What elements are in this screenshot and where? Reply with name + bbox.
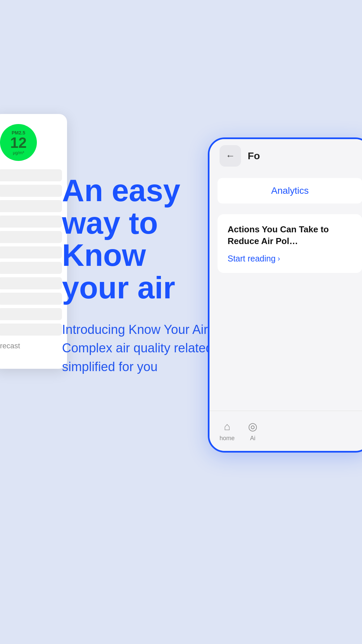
article-title: Actions You Can Take to Reduce Air Pol… <box>228 224 352 247</box>
pm-unit: μg/m³ <box>13 150 24 155</box>
nav-item-home[interactable]: ⌂ home <box>220 420 235 442</box>
analytics-tab[interactable]: Analytics <box>218 178 362 203</box>
phone-topbar: ← Fo <box>209 139 362 173</box>
ai-icon: ◎ <box>248 420 257 433</box>
card-row-1 <box>0 169 62 181</box>
card-row-9 <box>0 293 62 305</box>
start-reading-link[interactable]: Start reading › <box>228 254 352 264</box>
card-row-4 <box>0 216 62 228</box>
nav-item-ai[interactable]: ◎ Ai <box>248 420 257 442</box>
right-phone-mockup: ← Fo Analytics Actions You Can Take to R… <box>208 137 362 453</box>
ai-nav-label: Ai <box>250 435 255 442</box>
left-card: PM2.5 12 μg/m³ recast <box>0 114 67 369</box>
home-nav-label: home <box>220 435 235 442</box>
chevron-right-icon: › <box>278 254 280 263</box>
card-row-2 <box>0 185 62 197</box>
home-icon: ⌂ <box>224 420 230 433</box>
back-arrow-icon: ← <box>226 151 235 161</box>
headline-line2: way to <box>62 206 158 240</box>
card-row-7 <box>0 262 62 274</box>
card-row-11 <box>0 324 62 336</box>
card-row-3 <box>0 200 62 212</box>
analytics-tab-label: Analytics <box>271 185 309 196</box>
back-button[interactable]: ← <box>220 145 241 167</box>
headline-line4: your air <box>62 271 175 305</box>
article-card[interactable]: Actions You Can Take to Reduce Air Pol… … <box>218 214 362 273</box>
headline-line3: Know <box>62 238 146 272</box>
analytics-tab-area: Analytics <box>209 173 362 209</box>
card-rows <box>0 169 62 339</box>
card-row-6 <box>0 246 62 258</box>
pm-badge: PM2.5 12 μg/m³ <box>0 124 37 161</box>
card-row-8 <box>0 277 62 289</box>
phone-screen-title: Fo <box>248 150 260 162</box>
card-row-5 <box>0 231 62 243</box>
card-footer: recast <box>0 342 60 350</box>
pm-value: 12 <box>10 135 27 150</box>
card-label: recast <box>0 342 20 350</box>
headline-line1: An easy <box>62 173 180 208</box>
start-reading-label: Start reading <box>228 254 276 264</box>
phone-bottom-nav: ⌂ home ◎ Ai <box>209 411 362 451</box>
card-row-10 <box>0 308 62 320</box>
